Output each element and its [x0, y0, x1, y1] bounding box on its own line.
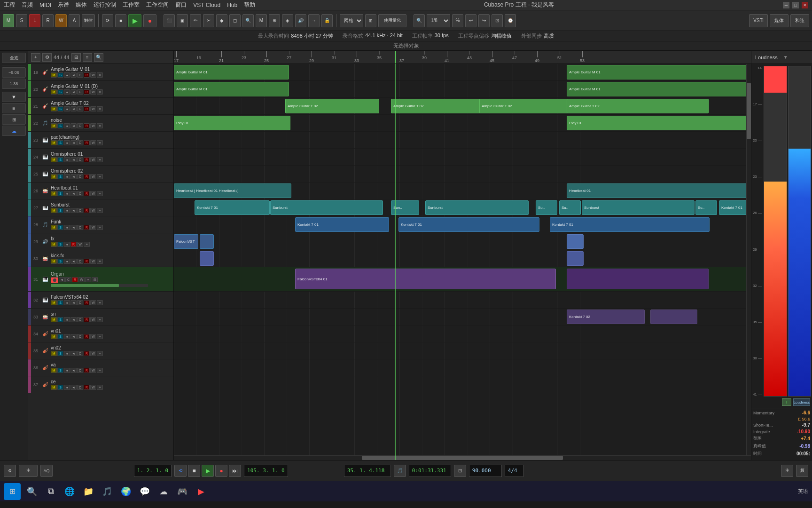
- horizontal-scrollbar[interactable]: [174, 455, 751, 460]
- track-solo-19[interactable]: S: [57, 72, 63, 78]
- track-solo-32[interactable]: S: [57, 300, 63, 305]
- track-btn3-23[interactable]: ●: [64, 140, 70, 145]
- taskbar-cloud[interactable]: ☁: [156, 484, 171, 499]
- track-btn4-33[interactable]: ◄: [70, 317, 77, 322]
- lufs-toggle[interactable]: I Loudness: [751, 398, 812, 406]
- track-eq-26[interactable]: ≡: [97, 191, 103, 196]
- menu-item-vst-cloud[interactable]: VST Cloud: [193, 2, 220, 8]
- left-tool-4[interactable]: ☁: [2, 126, 26, 136]
- chord-btn[interactable]: 和弦: [790, 14, 809, 27]
- clip-kontakt-28-b[interactable]: Kontakt 7 01: [398, 217, 539, 232]
- track-btn5-27[interactable]: C: [77, 208, 83, 213]
- track-write-20[interactable]: W: [90, 89, 96, 95]
- menu-item-help[interactable]: 帮助: [244, 1, 255, 9]
- track-btn3-19[interactable]: ●: [64, 72, 70, 78]
- track-btn3-29[interactable]: ●: [64, 242, 70, 247]
- track-btn-31-2[interactable]: ◄: [59, 277, 65, 282]
- track-row-29[interactable]: 29 🔊 fx M S ● R W ≡: [28, 233, 173, 250]
- left-tool-3[interactable]: ⊞: [2, 114, 26, 125]
- track-row-24[interactable]: 24 🎹 Omnisphere 01 M S ● ◄ C R W ≡: [28, 149, 173, 166]
- clip-play-01-b[interactable]: Play 01: [567, 116, 751, 130]
- clip-heartbeat-01-b[interactable]: Heartbeat 01: [567, 183, 751, 198]
- add-track-btn[interactable]: +: [31, 53, 40, 62]
- track-solo-33[interactable]: S: [57, 317, 63, 322]
- toolbar-back-btn[interactable]: ↩: [465, 14, 476, 27]
- track-mute-34[interactable]: M: [51, 334, 57, 339]
- clip-heartbeat-01-a[interactable]: Heartbeat ( Heartbeat 01 Heartbeat (: [174, 183, 291, 198]
- track-btn3-21[interactable]: ●: [64, 106, 70, 111]
- track-eq-33[interactable]: ≡: [97, 317, 103, 322]
- menu-item-score[interactable]: 乐谱: [58, 1, 69, 9]
- track-btn4-19[interactable]: ◄: [70, 72, 77, 78]
- track-btn4-21[interactable]: ◄: [70, 106, 77, 111]
- track-solo-28[interactable]: S: [57, 225, 63, 230]
- track-write-27[interactable]: W: [90, 208, 96, 213]
- vertical-scrollbar[interactable]: [746, 64, 751, 455]
- track-eq-29[interactable]: ≡: [84, 242, 90, 247]
- track-visibility-btn[interactable]: ⊟: [71, 53, 81, 62]
- track-btn5-20[interactable]: C: [77, 89, 83, 95]
- track-btn4-34[interactable]: ◄: [70, 334, 77, 339]
- track-search-btn[interactable]: 🔍: [94, 53, 103, 62]
- track-write-26[interactable]: W: [90, 191, 96, 196]
- menu-item-audio[interactable]: 音频: [22, 1, 33, 9]
- toolbar-forward-btn[interactable]: ↪: [478, 14, 490, 27]
- track-mute-30[interactable]: M: [51, 259, 57, 264]
- taskbar-music[interactable]: 🎵: [100, 484, 115, 499]
- track-mute-36[interactable]: M: [51, 368, 57, 373]
- clip-sunburst-f[interactable]: Sunburst: [582, 200, 695, 215]
- tempo-display[interactable]: 90.000: [469, 465, 502, 477]
- track-write-34[interactable]: W: [90, 334, 96, 339]
- clip-guitar-d-02[interactable]: Ample Guitar M 01: [567, 82, 751, 96]
- toolbar-play-btn[interactable]: ▶: [128, 14, 141, 27]
- track-write-32[interactable]: W: [90, 300, 96, 305]
- toolbar-l-btn[interactable]: L: [29, 14, 40, 27]
- taskbar-search[interactable]: 🔍: [24, 484, 39, 499]
- volume-btn[interactable]: 1.38: [2, 79, 26, 89]
- track-solo-21[interactable]: S: [57, 106, 63, 111]
- track-btn3-30[interactable]: ●: [64, 259, 70, 264]
- track-row-34[interactable]: 34 🎻 vn01 M S ● ◄ C R W ≡: [28, 325, 173, 342]
- track-read-26[interactable]: R: [84, 191, 90, 196]
- close-button[interactable]: ✕: [802, 2, 808, 8]
- track-row-27[interactable]: 27 🎹 Sunburst M S ● ◄ C R W ≡: [28, 199, 173, 216]
- track-read-23[interactable]: R: [84, 140, 90, 145]
- track-eq-20[interactable]: ≡: [97, 89, 103, 95]
- menu-item-media[interactable]: 媒体: [76, 1, 87, 9]
- track-eq-36[interactable]: ≡: [97, 368, 103, 373]
- track-write-25[interactable]: W: [90, 174, 96, 179]
- clip-guitar-t-02-a[interactable]: Ample Guitar T 02: [285, 99, 379, 113]
- track-btn5-30[interactable]: C: [77, 259, 83, 264]
- vsti-btn[interactable]: VSTi: [749, 14, 768, 27]
- bottom-mode-btn[interactable]: ⚙: [4, 465, 16, 477]
- track-row-37[interactable]: 37 🎻 ce M S ● ◄ C R W ≡: [28, 376, 173, 393]
- toolbar-stop-shape-btn[interactable]: ■: [115, 14, 126, 27]
- clip-sunburst-c[interactable]: Sunburst: [425, 200, 529, 215]
- track-eq-34[interactable]: ≡: [97, 334, 103, 339]
- track-mute-22[interactable]: M: [51, 123, 57, 128]
- track-btn5-28[interactable]: C: [77, 225, 83, 230]
- toolbar-s-btn[interactable]: S: [16, 14, 27, 27]
- track-write-30[interactable]: W: [90, 259, 96, 264]
- track-read-34[interactable]: R: [84, 334, 90, 339]
- track-write-19[interactable]: W: [90, 72, 96, 78]
- toolbar-grid-icon[interactable]: ⊞: [365, 14, 376, 27]
- clip-falcon-64-01[interactable]: FalconVSTx64 01: [295, 269, 556, 289]
- track-btn5-23[interactable]: C: [77, 140, 83, 145]
- track-write-35[interactable]: W: [90, 351, 96, 356]
- track-btn3-20[interactable]: ●: [64, 89, 70, 95]
- taskbar-media[interactable]: ▶: [194, 484, 209, 499]
- minimize-button[interactable]: ─: [783, 2, 789, 8]
- track-btn3-27[interactable]: ●: [64, 208, 70, 213]
- toolbar-monitor-btn[interactable]: ⊡: [492, 14, 503, 27]
- left-tool-1[interactable]: ▼: [2, 92, 26, 102]
- track-read-36[interactable]: R: [84, 368, 90, 373]
- track-btn4-25[interactable]: ◄: [70, 174, 77, 179]
- menu-item-transport[interactable]: 运行控制: [94, 1, 116, 9]
- toolbar-percent-btn[interactable]: %: [452, 14, 463, 27]
- bottom-right-btn1[interactable]: 主: [781, 465, 793, 477]
- clip-falcon-fx[interactable]: FalconVST: [174, 234, 198, 249]
- track-read-35[interactable]: R: [84, 351, 90, 356]
- toolbar-speaker-btn[interactable]: 🔊: [295, 14, 306, 27]
- track-mute-37[interactable]: M: [51, 385, 57, 390]
